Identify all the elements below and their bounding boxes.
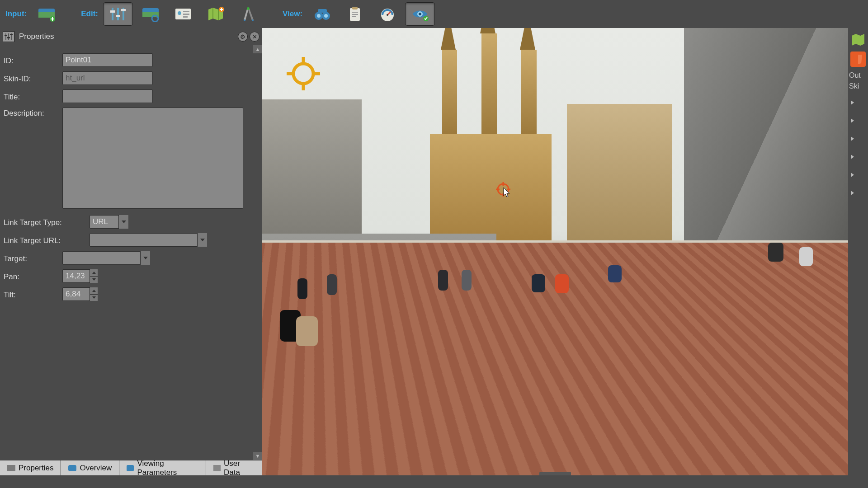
id-input[interactable] bbox=[62, 53, 153, 67]
pan-step-down[interactable] bbox=[90, 277, 98, 283]
close-icon: ✕ bbox=[252, 33, 257, 40]
target-label: Target: bbox=[4, 253, 62, 263]
ltt-dropdown[interactable] bbox=[90, 215, 128, 229]
pan-spinner[interactable] bbox=[62, 269, 98, 283]
right-expander-1[interactable] bbox=[848, 97, 868, 108]
description-label: Description: bbox=[4, 108, 62, 118]
properties-panel: Properties ⚙ ✕ ▲ ▼ ID: Skin-ID: Title: bbox=[0, 28, 262, 475]
toolbar-group-edit-label: Edit: bbox=[81, 9, 98, 19]
panorama-add-icon bbox=[38, 6, 56, 22]
panel-header: Properties ⚙ ✕ bbox=[0, 28, 262, 45]
add-panorama-button[interactable] bbox=[32, 2, 61, 26]
chevron-down-icon bbox=[197, 233, 207, 247]
person bbox=[799, 247, 813, 266]
scroll-up-button[interactable]: ▲ bbox=[253, 45, 262, 53]
right-expander-3[interactable] bbox=[848, 133, 868, 145]
chevron-down-icon bbox=[118, 215, 128, 229]
svg-rect-6 bbox=[110, 10, 115, 13]
right-expander-4[interactable] bbox=[848, 151, 868, 163]
svg-rect-14 bbox=[183, 11, 189, 12]
right-strip: Out Ski bbox=[848, 28, 868, 475]
tab-overview-label: Overview bbox=[80, 464, 112, 473]
person bbox=[608, 265, 622, 282]
sliders-icon bbox=[7, 465, 15, 471]
svg-point-18 bbox=[247, 7, 250, 10]
svg-rect-10 bbox=[142, 12, 159, 17]
panorama-viewport[interactable] bbox=[262, 28, 848, 475]
svg-point-34 bbox=[419, 13, 421, 15]
title-input[interactable] bbox=[62, 89, 153, 103]
svg-point-13 bbox=[178, 11, 181, 15]
scroll-down-button[interactable]: ▼ bbox=[253, 452, 262, 460]
chevron-right-icon bbox=[851, 155, 854, 159]
description-textarea[interactable] bbox=[62, 108, 243, 209]
right-expander-2[interactable] bbox=[848, 115, 868, 127]
svg-rect-36 bbox=[5, 33, 6, 40]
svg-rect-25 bbox=[318, 9, 327, 13]
gauge-icon bbox=[378, 6, 396, 22]
right-label-skin: Ski bbox=[849, 82, 868, 90]
panel-body: ▲ ▼ ID: Skin-ID: Title: Description: Lin… bbox=[0, 45, 262, 460]
panel-settings-button[interactable]: ⚙ bbox=[238, 32, 248, 42]
sliders-small-icon bbox=[5, 33, 13, 40]
panel-close-button[interactable]: ✕ bbox=[250, 32, 259, 42]
view-eye-button[interactable] bbox=[405, 2, 435, 26]
right-expander-5[interactable] bbox=[848, 169, 868, 181]
chevron-right-icon bbox=[851, 136, 854, 141]
edit-sliders-button[interactable] bbox=[103, 2, 133, 26]
view-timer-button[interactable] bbox=[373, 2, 402, 26]
view-clipboard-button[interactable] bbox=[340, 2, 370, 26]
right-html5-icon[interactable] bbox=[850, 52, 866, 67]
target-icon bbox=[284, 54, 323, 93]
svg-rect-4 bbox=[117, 8, 119, 20]
tilt-spinner[interactable] bbox=[62, 287, 98, 301]
svg-rect-27 bbox=[352, 7, 358, 9]
clipboard-icon bbox=[346, 6, 364, 22]
toolbar-group-view-label: View: bbox=[283, 9, 302, 19]
sliders-icon bbox=[109, 6, 127, 22]
person bbox=[438, 270, 448, 291]
edit-list-button[interactable] bbox=[168, 2, 198, 26]
cathedral bbox=[415, 42, 567, 243]
person bbox=[297, 278, 307, 299]
mouse-cursor bbox=[503, 187, 511, 198]
map-icon bbox=[850, 33, 866, 48]
top-toolbar: Input: Edit: View: bbox=[0, 0, 868, 28]
target-input[interactable] bbox=[62, 251, 150, 265]
ltu-dropdown[interactable] bbox=[90, 233, 207, 247]
tilt-step-down[interactable] bbox=[90, 295, 98, 301]
view-binoculars-button[interactable] bbox=[307, 2, 337, 26]
tab-userdata[interactable]: User Data bbox=[206, 460, 262, 475]
eye-check-icon bbox=[411, 6, 429, 22]
tab-overview[interactable]: Overview bbox=[61, 460, 119, 475]
chevron-right-icon bbox=[851, 191, 854, 195]
edit-map-button[interactable] bbox=[201, 2, 231, 26]
edit-panorama-button[interactable] bbox=[136, 2, 165, 26]
right-expander-6[interactable] bbox=[848, 187, 868, 199]
ltu-input[interactable] bbox=[90, 233, 207, 247]
edit-tour-button[interactable] bbox=[233, 2, 263, 26]
userdata-icon bbox=[213, 465, 221, 471]
north-target-overlay[interactable] bbox=[284, 54, 323, 93]
id-label: ID: bbox=[4, 55, 62, 66]
panel-scrollbar[interactable]: ▲ ▼ bbox=[253, 45, 262, 460]
tab-viewing[interactable]: Viewing Parameters bbox=[119, 460, 206, 475]
ltu-label: Link Target URL: bbox=[4, 235, 90, 245]
tab-viewing-label: Viewing Parameters bbox=[137, 459, 198, 477]
skinid-input[interactable] bbox=[62, 71, 153, 85]
pan-step-up[interactable] bbox=[90, 269, 98, 277]
toolbar-group-input-label: Input: bbox=[5, 9, 27, 19]
chevron-right-icon bbox=[851, 100, 854, 105]
target-dropdown[interactable] bbox=[62, 251, 150, 265]
tilt-step-up[interactable] bbox=[90, 287, 98, 295]
right-map-icon[interactable] bbox=[850, 33, 866, 48]
map-plus-icon bbox=[207, 6, 225, 22]
svg-point-24 bbox=[324, 14, 328, 18]
skinid-label: Skin-ID: bbox=[4, 73, 62, 84]
tilt-label: Tilt: bbox=[4, 289, 62, 300]
tab-properties-label: Properties bbox=[19, 464, 53, 473]
splitter-handle[interactable] bbox=[539, 472, 571, 475]
svg-point-20 bbox=[252, 19, 254, 21]
pan-label: Pan: bbox=[4, 271, 62, 282]
tab-properties[interactable]: Properties bbox=[0, 460, 61, 475]
